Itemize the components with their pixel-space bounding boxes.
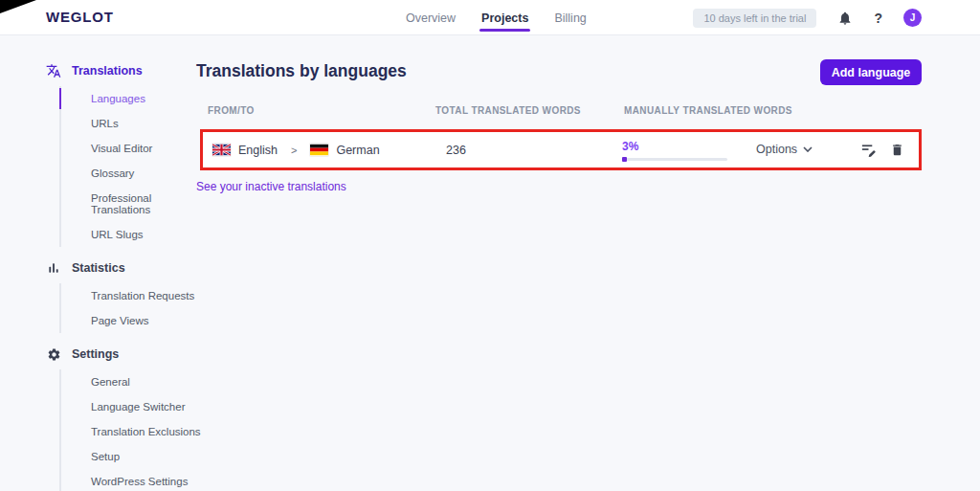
nav-tab-projects[interactable]: Projects xyxy=(481,0,528,35)
table-header-row: FROM/TO TOTAL TRANSLATED WORDS MANUALLY … xyxy=(0,105,980,119)
language-row-content: English > German 236 3% Options xyxy=(203,132,919,167)
sidebar-section-label: Translations xyxy=(72,64,143,78)
avatar[interactable]: J xyxy=(903,9,922,27)
nav-tab-overview[interactable]: Overview xyxy=(406,0,456,35)
trial-status-badge: 10 days left in the trial xyxy=(693,9,816,28)
sidebar-item-wordpress-settings[interactable]: WordPress Settings xyxy=(61,469,204,491)
bar-chart-icon xyxy=(46,260,61,276)
total-translated-words-value: 236 xyxy=(446,144,466,157)
progress-bar-fill xyxy=(622,157,627,162)
top-navigation: Overview Projects Billing xyxy=(406,0,587,35)
sidebar-item-language-switcher[interactable]: Language Switcher xyxy=(61,394,204,419)
gear-icon xyxy=(46,346,61,362)
sidebar-item-translation-exclusions[interactable]: Translation Exclusions xyxy=(61,419,204,444)
weglot-dashboard: WEGLOT Overview Projects Billing 10 days… xyxy=(0,0,980,491)
sidebar: Translations Languages URLs Visual Edito… xyxy=(46,57,204,491)
sidebar-item-general[interactable]: General xyxy=(61,369,204,394)
language-pair: English > German xyxy=(212,132,380,167)
add-language-button[interactable]: Add language xyxy=(820,59,922,85)
german-flag-icon xyxy=(310,144,328,156)
progress-bar-track xyxy=(622,158,727,161)
notifications-bell-icon[interactable] xyxy=(837,11,853,26)
options-label: Options xyxy=(756,143,797,156)
statistics-sub-list: Translation Requests Page Views xyxy=(59,283,204,333)
sidebar-section-translations[interactable]: Translations xyxy=(46,57,204,84)
from-language-label: English xyxy=(238,144,278,157)
nav-tab-billing[interactable]: Billing xyxy=(554,0,586,35)
chevron-down-icon xyxy=(803,146,813,152)
column-header-total-translated-words: TOTAL TRANSLATED WORDS xyxy=(435,105,581,116)
help-icon[interactable]: ? xyxy=(874,11,882,26)
sidebar-item-translation-requests[interactable]: Translation Requests xyxy=(61,283,204,308)
top-bar: WEGLOT Overview Projects Billing 10 days… xyxy=(0,0,980,35)
sidebar-item-setup[interactable]: Setup xyxy=(61,444,204,469)
sidebar-section-statistics[interactable]: Statistics xyxy=(46,255,204,281)
inactive-translations-link[interactable]: See your inactive translations xyxy=(196,180,346,193)
progress-percent-label: 3% xyxy=(622,140,638,153)
sidebar-item-glossary[interactable]: Glossary xyxy=(61,161,204,186)
sidebar-section-label: Settings xyxy=(72,347,119,361)
to-language-label: German xyxy=(336,144,379,157)
sidebar-item-page-views[interactable]: Page Views xyxy=(61,308,204,333)
settings-sub-list: General Language Switcher Translation Ex… xyxy=(59,369,204,491)
translate-icon xyxy=(46,63,61,78)
sidebar-item-url-slugs[interactable]: URL Slugs xyxy=(61,222,204,247)
manual-translation-progress: 3% xyxy=(622,137,727,161)
sidebar-section-settings[interactable]: Settings xyxy=(46,341,204,368)
language-arrow-separator: > xyxy=(291,145,297,156)
column-header-fromto: FROM/TO xyxy=(208,105,255,116)
topbar-right-cluster: 10 days left in the trial ? J xyxy=(693,0,922,35)
sidebar-item-visual-editor[interactable]: Visual Editor xyxy=(61,136,204,161)
uk-flag-icon xyxy=(212,144,231,156)
edit-translations-icon[interactable] xyxy=(859,142,878,159)
sidebar-item-professional-translations[interactable]: Professional Translations xyxy=(61,186,204,222)
language-row-highlighted: English > German 236 3% Options xyxy=(200,129,922,170)
column-header-manually-translated-words: MANUALLY TRANSLATED WORDS xyxy=(624,105,792,116)
page-title: Translations by languages xyxy=(196,61,407,81)
delete-language-icon[interactable] xyxy=(890,142,904,158)
options-dropdown[interactable]: Options xyxy=(756,143,813,156)
sidebar-section-label: Statistics xyxy=(72,261,125,275)
weglot-logo[interactable]: WEGLOT xyxy=(46,9,114,25)
